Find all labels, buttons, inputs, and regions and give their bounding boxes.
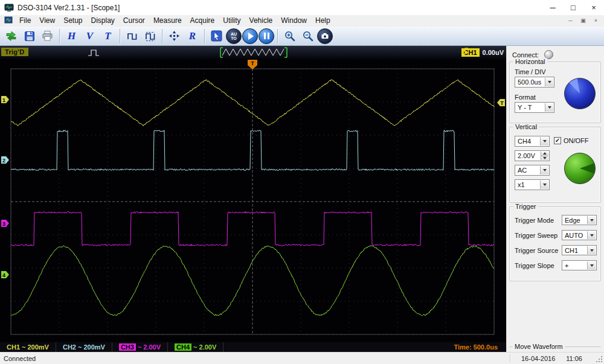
trigger-slope-select[interactable]: + (562, 260, 597, 270)
maximize-button[interactable]: □ (563, 0, 583, 15)
cursor-tool-button[interactable] (208, 28, 225, 45)
ch3-coupling: ~ (138, 343, 141, 351)
run-button[interactable] (242, 28, 258, 44)
autoscale-button[interactable] (165, 28, 183, 45)
app-icon (4, 3, 14, 13)
menu-item-file[interactable]: File (15, 15, 35, 26)
status-date: 16-04-2016 (521, 355, 555, 362)
move-waveform-title: Move Waveform (513, 343, 565, 350)
trigger-level-marker-label: T (500, 100, 504, 106)
ch2-scale: 200mV (83, 343, 104, 351)
trigger-status-badge: Trig'D (1, 48, 28, 56)
status-time: 11:06 (566, 355, 582, 362)
mdi-close-button[interactable]: × (590, 16, 602, 25)
menu-item-acquire[interactable]: Acquire (186, 15, 219, 26)
menu-item-help[interactable]: Help (311, 15, 335, 26)
channel-onoff-checkbox[interactable]: ✓ ON/OFF (554, 137, 589, 144)
coupling-select[interactable]: AC (515, 165, 550, 176)
pause-button[interactable] (259, 28, 274, 44)
ch1-status[interactable]: CH1~ 200mV (0, 342, 56, 352)
zoom-out-button[interactable] (299, 28, 316, 45)
menu-item-window[interactable]: Window (277, 15, 311, 26)
mdi-minimize-button[interactable]: ─ (565, 16, 576, 25)
vertical-group-title: Vertical (513, 123, 539, 130)
t-label: T (104, 31, 111, 41)
h-label: H (68, 31, 76, 41)
volts-div-stepper[interactable]: 2.00V (515, 150, 550, 161)
trigger-sweep-select[interactable]: AUTO (562, 230, 597, 240)
menu-item-display[interactable]: Display (87, 15, 119, 26)
coupling-value: AC (518, 167, 527, 174)
dropdown-arrow-icon (587, 246, 596, 254)
connect-device-button[interactable] (2, 28, 20, 45)
titlebar: DSO-3104 Ver2.1.31 - [Scope1] ─ □ × (0, 0, 604, 15)
ch3-marker-label: 3 (2, 221, 5, 227)
expand-arrows-icon (169, 30, 180, 42)
pulse-wave-button[interactable] (123, 28, 141, 45)
trigger-status-bar: Trig'D CH1 0.00uV (0, 46, 506, 59)
vertical-position-knob[interactable] (563, 152, 597, 185)
cursor-arrow-icon (211, 30, 222, 42)
preview-right-bracket-icon[interactable] (284, 48, 287, 57)
format-value: Y - T (518, 104, 532, 111)
menu-item-utility[interactable]: Utility (219, 15, 245, 26)
statusbar-right: 16-04-2016 11:06 (510, 354, 582, 362)
minimize-button[interactable]: ─ (542, 0, 563, 15)
window-title: DSO-3104 Ver2.1.31 - [Scope1] (18, 4, 120, 12)
format-select[interactable]: Y - T (515, 102, 554, 113)
menu-item-measure[interactable]: Measure (149, 15, 186, 26)
pause-icon (264, 33, 269, 39)
trigger-group-title: Trigger (513, 203, 538, 210)
channel-select[interactable]: CH4 (515, 136, 550, 147)
record-button[interactable]: R (184, 28, 201, 45)
time-div-select[interactable]: 500.0us (515, 77, 554, 88)
horizontal-system-button[interactable]: H (63, 28, 80, 45)
ch4-marker-label: 4 (2, 272, 5, 278)
snapshot-button[interactable] (317, 28, 333, 44)
resize-grip[interactable] (595, 355, 603, 363)
control-panel: Connect: Horizontal Time / DIV 500.0us F… (506, 46, 604, 352)
close-button[interactable]: × (583, 0, 604, 15)
menu-item-setup[interactable]: Setup (59, 15, 86, 26)
ch4-status[interactable]: CH4~ 2.00V (168, 342, 223, 352)
ch3-status[interactable]: CH3~ 2.00V (112, 342, 168, 352)
ch3-scale: 2.00V (143, 343, 161, 351)
menu-item-view[interactable]: View (35, 15, 59, 26)
trigger-source-select[interactable]: CH1 (562, 245, 597, 255)
mdi-restore-button[interactable]: ▣ (577, 16, 589, 25)
print-button[interactable] (39, 28, 56, 45)
statusbar: Connected 16-04-2016 11:06 (0, 352, 604, 364)
record-preview-waveform (222, 49, 284, 56)
ch2-status[interactable]: CH2~ 200mV (56, 342, 112, 352)
trigger-system-button[interactable]: T (99, 28, 117, 45)
horizontal-group: Horizontal Time / DIV 500.0us Format Y -… (509, 62, 601, 123)
camera-icon (320, 31, 330, 42)
pulse-width-button[interactable] (141, 28, 159, 45)
menu-item-cursor[interactable]: Cursor (119, 15, 149, 26)
waveform-display[interactable]: 1234TT (0, 59, 506, 342)
connect-label: Connect: (512, 51, 539, 59)
auto-setup-button[interactable]: AU TO (226, 28, 242, 44)
save-icon (24, 31, 35, 42)
pulse-indicator-icon (88, 50, 99, 56)
save-button[interactable] (21, 28, 38, 45)
mdi-window-controls: ─ ▣ × (565, 16, 604, 25)
square-wave-markers-icon (145, 31, 156, 42)
stepper-buttons[interactable] (541, 152, 548, 160)
dropdown-arrow-icon (587, 261, 596, 269)
zoom-in-button[interactable] (281, 28, 298, 45)
square-wave-icon (127, 31, 138, 42)
main-content: Trig'D CH1 0.00uV 1234TT CH1~ 200mV (0, 46, 604, 352)
menu-item-vehicle[interactable]: Vehicle (245, 15, 277, 26)
ch4-coupling: ~ (193, 343, 197, 351)
statusbar-divider (510, 354, 510, 362)
vertical-system-button[interactable]: V (81, 28, 98, 45)
scope-document-icon (4, 16, 13, 25)
preview-left-bracket-icon[interactable] (220, 48, 223, 57)
probe-select[interactable]: x1 (515, 179, 550, 190)
ch4-scale: 2.00V (199, 343, 217, 351)
time-div-value: 500.0us (518, 78, 541, 86)
horizontal-position-knob[interactable] (563, 77, 597, 110)
record-preview (0, 46, 506, 59)
trigger-mode-select[interactable]: Edge (562, 215, 597, 225)
